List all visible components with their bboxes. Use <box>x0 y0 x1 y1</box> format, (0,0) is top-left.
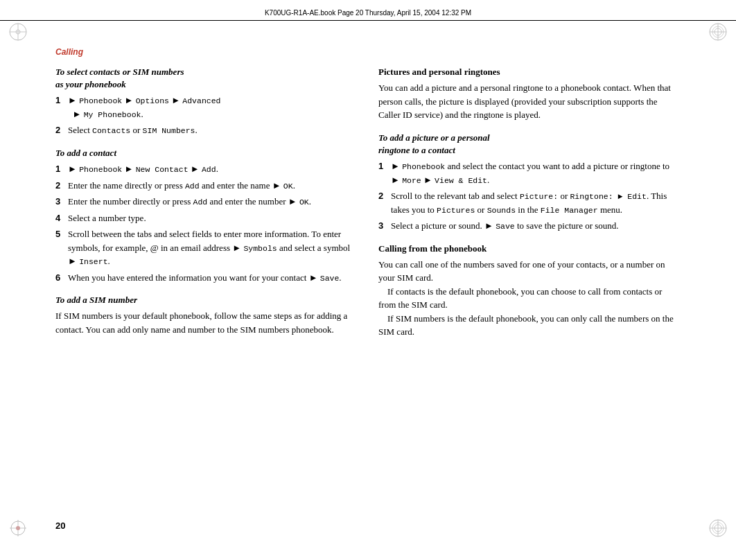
content: To select contacts or SIM numbersas your… <box>55 66 681 518</box>
corner-mark-bl <box>7 517 29 539</box>
section-add-contact: To add a contact 1 ► Phonebook ► New Con… <box>55 147 358 284</box>
page: K700UG-R1A-AE.book Page 20 Thursday, Apr… <box>0 0 736 560</box>
step-item: 3 Enter the number directly or press Add… <box>55 195 358 209</box>
step-item: 1 ► Phonebook ► New Contact ► Add. <box>55 162 358 176</box>
steps-add-picture: 1 ► Phonebook and select the contact you… <box>378 159 681 233</box>
para-pictures-ringtones: You can add a picture and a personal rin… <box>378 81 681 122</box>
top-bar-text: K700UG-R1A-AE.book Page 20 Thursday, Apr… <box>265 9 471 17</box>
page-number: 20 <box>55 520 65 531</box>
heading-add-contact: To add a contact <box>55 147 358 159</box>
corner-mark-br <box>707 517 729 539</box>
para-calling-phonebook: You can call one of the numbers saved fo… <box>378 258 681 339</box>
section-add-sim: To add a SIM number If SIM numbers is yo… <box>55 294 358 336</box>
right-column: Pictures and personal ringtones You can … <box>378 66 681 518</box>
step-item: 2 Scroll to the relevant tab and select … <box>378 189 681 216</box>
step-item: 3 Select a picture or sound. ► Save to s… <box>378 219 681 233</box>
step-item: 1 ► Phonebook and select the contact you… <box>378 159 681 186</box>
step-item: 1 ► Phonebook ► Options ► Advanced ► My … <box>55 94 358 121</box>
step-item: 2 Select Contacts or SIM Numbers. <box>55 123 358 137</box>
section-pictures-ringtones: Pictures and personal ringtones You can … <box>378 66 681 122</box>
para-add-sim: If SIM numbers is your default phonebook… <box>55 309 358 336</box>
section-label: Calling <box>55 47 83 57</box>
heading-add-sim: To add a SIM number <box>55 294 358 306</box>
heading-select-contacts: To select contacts or SIM numbersas your… <box>55 66 358 91</box>
heading-add-picture: To add a picture or a personalringtone t… <box>378 132 681 157</box>
heading-calling-phonebook: Calling from the phonebook <box>378 243 681 255</box>
step-item: 2 Enter the name directly or press Add a… <box>55 179 358 193</box>
section-add-picture: To add a picture or a personalringtone t… <box>378 132 681 233</box>
steps-add-contact: 1 ► Phonebook ► New Contact ► Add. 2 Ent… <box>55 162 358 284</box>
section-calling-phonebook: Calling from the phonebook You can call … <box>378 243 681 339</box>
left-column: To select contacts or SIM numbersas your… <box>55 66 358 518</box>
heading-pictures-ringtones: Pictures and personal ringtones <box>378 66 681 78</box>
corner-mark-tr <box>707 21 729 43</box>
step-item: 4 Select a number type. <box>55 211 358 225</box>
section-select-contacts: To select contacts or SIM numbersas your… <box>55 66 358 137</box>
step-item: 5 Scroll between the tabs and select fie… <box>55 227 358 268</box>
top-bar: K700UG-R1A-AE.book Page 20 Thursday, Apr… <box>0 6 736 21</box>
steps-select-contacts: 1 ► Phonebook ► Options ► Advanced ► My … <box>55 94 358 137</box>
svg-point-12 <box>16 526 20 530</box>
corner-mark-tl <box>7 21 29 43</box>
step-item: 6 When you have entered the information … <box>55 271 358 285</box>
